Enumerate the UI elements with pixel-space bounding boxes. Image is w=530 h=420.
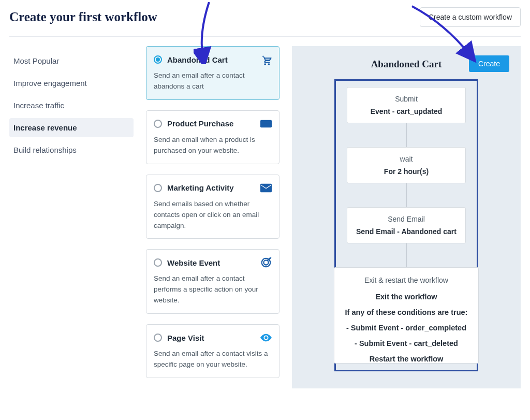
sidebar-item-build-relationships[interactable]: Build relationships: [9, 140, 134, 160]
flow-step-send-email[interactable]: Send Email Send Email - Abandoned cart: [347, 207, 466, 243]
flow-step-value: Send Email - Abandoned cart: [354, 227, 459, 236]
flow-step-submit[interactable]: Submit Event - cart_updated: [347, 87, 466, 123]
sidebar-item-label: Build relationships: [13, 146, 77, 154]
template-description: Send an email after a contact performs a…: [154, 273, 272, 306]
card-icon: [260, 118, 272, 129]
flow-step-wait[interactable]: wait For 2 hour(s): [347, 147, 466, 183]
radio-selected-icon: [154, 55, 162, 64]
sidebar-item-label: Improve engagement: [13, 79, 87, 88]
sidebar-item-improve-engagement[interactable]: Improve engagement: [9, 74, 134, 93]
page-title: Create your first workflow: [9, 10, 157, 24]
flow-step-value: For 2 hour(s): [354, 167, 459, 176]
template-title: Abandoned Cart: [167, 55, 228, 64]
template-title: Website Event: [167, 258, 220, 267]
template-list: Abandoned Cart Send an email after a con…: [146, 46, 279, 388]
flow-connector: [406, 123, 407, 147]
template-card-abandoned-cart[interactable]: Abandoned Cart Send an email after a con…: [146, 46, 279, 100]
flow-connector: [406, 183, 407, 207]
radio-unselected-icon: [154, 184, 162, 192]
template-title: Page Visit: [167, 334, 204, 342]
sidebar-item-increase-traffic[interactable]: Increase traffic: [9, 96, 134, 115]
flow-step-label: Submit: [354, 95, 459, 103]
exit-heading: Exit the workflow: [342, 293, 471, 301]
exit-condition: - Submit Event - cart_deleted: [342, 339, 471, 347]
template-description: Send an email when a product is purchase…: [154, 135, 272, 156]
eye-icon: [260, 332, 272, 343]
template-description: Send an email after a contact abandons a…: [154, 70, 272, 92]
create-button[interactable]: Create: [469, 55, 509, 72]
flow-step-label: Send Email: [354, 215, 459, 223]
template-description: Send emails based on whether contacts op…: [154, 199, 272, 231]
svg-rect-1: [260, 122, 272, 123]
radio-unselected-icon: [154, 120, 162, 128]
flow-step-label: wait: [354, 155, 459, 163]
restart-heading: Restart the workflow: [342, 355, 471, 363]
workflow-preview-panel: Create Abandoned Cart Submit Event - car…: [292, 46, 521, 388]
sidebar-item-label: Increase revenue: [13, 123, 77, 132]
sidebar-item-label: Increase traffic: [13, 101, 64, 110]
svg-rect-0: [260, 120, 272, 128]
workflow-flow-frame: Submit Event - cart_updated wait For 2 h…: [334, 79, 478, 371]
template-title: Marketing Activity: [167, 183, 234, 192]
template-card-marketing-activity[interactable]: Marketing Activity Send emails based on …: [146, 175, 279, 239]
template-description: Send an email after a contact visits a s…: [154, 349, 272, 370]
cart-icon: [260, 54, 272, 65]
sidebar-item-label: Most Popular: [13, 56, 59, 65]
template-card-page-visit[interactable]: Page Visit Send an email after a contact…: [146, 324, 279, 378]
flow-step-exit-restart[interactable]: Exit & restart the workflow Exit the wor…: [334, 267, 479, 364]
sidebar-item-increase-revenue[interactable]: Increase revenue: [9, 118, 134, 137]
exit-condition: - Submit Event - order_completed: [342, 324, 471, 332]
target-icon: [260, 257, 272, 268]
flow-connector: [406, 243, 407, 267]
flow-step-value: Event - cart_updated: [354, 107, 459, 115]
svg-point-3: [263, 260, 268, 265]
template-title: Product Purchase: [167, 119, 233, 128]
exit-section-title: Exit & restart the workflow: [342, 276, 471, 284]
sidebar-item-most-popular[interactable]: Most Popular: [9, 51, 134, 70]
category-sidebar: Most Popular Improve engagement Increase…: [9, 46, 134, 388]
exit-condition-intro: If any of these conditions are true:: [342, 308, 471, 316]
radio-unselected-icon: [154, 334, 162, 342]
radio-unselected-icon: [154, 258, 162, 267]
create-custom-workflow-button[interactable]: Create a custom workflow: [420, 7, 521, 27]
mail-icon: [260, 182, 272, 194]
divider: [9, 36, 521, 37]
template-card-website-event[interactable]: Website Event Send an email after a cont…: [146, 249, 279, 314]
template-card-product-purchase[interactable]: Product Purchase Send an email when a pr…: [146, 110, 279, 164]
